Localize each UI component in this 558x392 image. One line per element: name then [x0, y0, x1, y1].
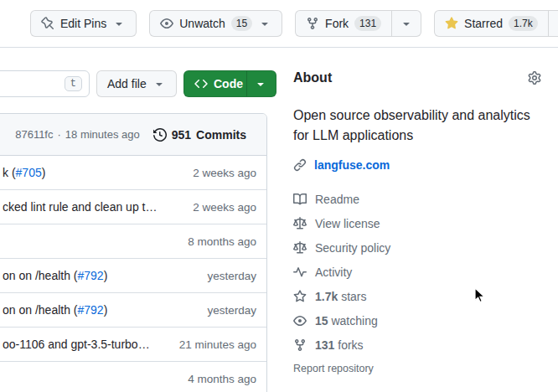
readme-link[interactable]: Readme	[293, 187, 541, 211]
table-row: oo-1106 and gpt-3.5-turbo… 21 minutes ag…	[0, 328, 266, 362]
commit-age: 8 months ago	[188, 235, 256, 248]
website-link[interactable]: langfuse.com	[314, 158, 390, 172]
link-icon	[293, 158, 307, 172]
commit-age: 2 weeks ago	[193, 201, 256, 214]
fork-dropdown-button[interactable]	[391, 10, 421, 37]
about-sidebar: About Open source observability and anal…	[293, 70, 541, 374]
issue-link[interactable]: #792	[78, 269, 104, 282]
table-row: on on /health (#792) yesterday	[0, 293, 266, 328]
star-dropdown-button[interactable]	[548, 10, 558, 37]
starred-label: Starred	[464, 17, 503, 30]
add-file-label: Add file	[107, 77, 147, 90]
code-icon	[194, 77, 208, 90]
book-icon	[293, 193, 307, 206]
chevron-down-icon	[254, 77, 267, 90]
unwatch-label: Unwatch	[179, 17, 225, 30]
commit-age: 21 minutes ago	[179, 338, 256, 351]
commit-message-link[interactable]: on on /health (#792)	[3, 269, 107, 282]
star-icon	[445, 17, 458, 30]
watchers-count-badge: 15	[231, 16, 252, 31]
chevron-down-icon	[258, 17, 271, 30]
issue-link[interactable]: #705	[16, 166, 42, 179]
pulse-icon	[293, 266, 307, 279]
add-file-button[interactable]: Add file	[96, 70, 177, 97]
repo-website: langfuse.com	[293, 158, 541, 172]
about-title: About	[293, 70, 332, 85]
file-list: 87611fc · 18 minutes ago 951 Commits k (…	[0, 113, 267, 392]
starred-button[interactable]: Starred 1.7k	[434, 10, 549, 37]
forks-count-badge: 131	[354, 16, 381, 31]
commit-message-link[interactable]: oo-1106 and gpt-3.5-turbo…	[3, 338, 150, 351]
latest-commit-bar: 87611fc · 18 minutes ago 951 Commits	[0, 114, 266, 156]
eye-icon	[293, 314, 307, 328]
commits-label: Commits	[196, 128, 246, 142]
go-to-file-input[interactable]: t	[0, 70, 90, 97]
commit-time: 18 minutes ago	[65, 128, 140, 141]
table-row: on on /health (#792) yesterday	[0, 259, 266, 293]
license-link[interactable]: View license	[293, 211, 541, 235]
fork-icon	[293, 338, 307, 352]
law-icon	[293, 217, 307, 230]
eye-icon	[160, 17, 173, 30]
commit-message-link[interactable]: k (#705)	[3, 166, 45, 179]
history-icon	[153, 128, 167, 142]
stars-link[interactable]: 1.7k stars	[293, 284, 541, 308]
shortcut-key-hint: t	[65, 76, 82, 91]
table-row: cked lint rule and clean up t… 2 weeks a…	[0, 190, 266, 224]
watching-link[interactable]: 15 watching	[293, 308, 541, 333]
commit-age: yesterday	[207, 304, 256, 317]
latest-commit-meta: 87611fc · 18 minutes ago	[15, 128, 140, 141]
activity-link[interactable]: Activity	[293, 260, 541, 284]
table-row: 4 months ago	[0, 362, 266, 392]
repo-action-bar: Edit Pins Unwatch 15 Fork 131 Starred 1.	[0, 0, 558, 48]
edit-pins-label: Edit Pins	[60, 17, 106, 30]
stars-count-badge: 1.7k	[509, 16, 538, 31]
code-dropdown-button[interactable]	[246, 71, 276, 96]
separator-dot: ·	[57, 128, 60, 141]
pin-icon	[41, 17, 54, 30]
law-icon	[293, 241, 307, 255]
github-repo-page: Edit Pins Unwatch 15 Fork 131 Starred 1.	[0, 0, 558, 392]
issue-link[interactable]: #792	[78, 303, 104, 317]
chevron-down-icon	[112, 17, 126, 30]
edit-pins-button[interactable]: Edit Pins	[30, 10, 137, 37]
commit-age: 4 months ago	[188, 373, 256, 385]
repo-description: Open source observability and analytics …	[293, 106, 541, 146]
report-repository-link[interactable]: Report repository	[293, 363, 541, 374]
commit-sha-link[interactable]: 87611fc	[15, 128, 53, 141]
gear-icon[interactable]	[528, 71, 541, 85]
fork-button[interactable]: Fork 131	[295, 10, 392, 37]
table-row: k (#705) 2 weeks ago	[0, 156, 266, 190]
chevron-down-icon	[400, 17, 413, 30]
fork-icon	[306, 17, 319, 30]
table-row: 8 months ago	[0, 224, 266, 259]
fork-button-group: Fork 131	[295, 10, 421, 37]
fork-label: Fork	[325, 17, 349, 30]
commits-history-link[interactable]: 951 Commits	[153, 128, 246, 142]
star-button-group: Starred 1.7k	[434, 10, 558, 37]
commit-message-link[interactable]: on on /health (#792)	[3, 303, 107, 317]
security-policy-link[interactable]: Security policy	[293, 235, 541, 260]
code-button[interactable]: Code	[183, 70, 276, 97]
commit-age: yesterday	[207, 270, 256, 282]
commit-message-link[interactable]: cked lint rule and clean up t…	[3, 200, 157, 214]
commits-count: 951	[172, 128, 191, 142]
forks-link[interactable]: 131 forks	[293, 333, 541, 357]
code-label: Code	[214, 77, 243, 90]
commit-age: 2 weeks ago	[193, 167, 256, 179]
chevron-down-icon	[152, 77, 166, 90]
unwatch-button[interactable]: Unwatch 15	[149, 10, 282, 37]
star-icon	[293, 290, 307, 303]
